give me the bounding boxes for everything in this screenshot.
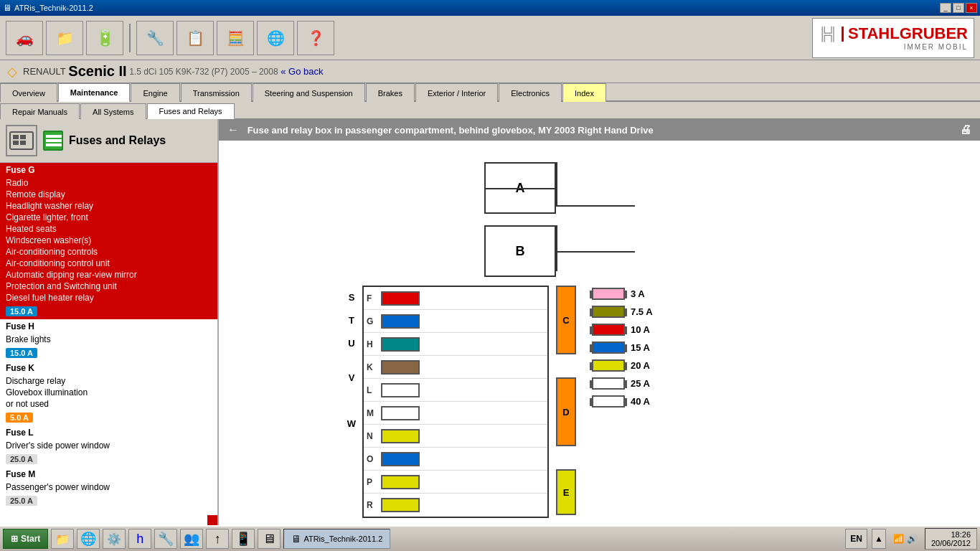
- clock: 18:26 20/06/2012: [925, 528, 977, 550]
- fuse-diagram-container: A B F: [226, 148, 973, 525]
- list-item-diesel[interactable]: Diesel fuel heater relay: [0, 292, 217, 303]
- taskbar-app1[interactable]: 🔧: [154, 529, 177, 549]
- clock-date: 20/06/2012: [931, 539, 971, 547]
- fuse-row-R: R: [364, 494, 547, 517]
- list-item-ac-unit[interactable]: Air-conditioning control unit: [0, 258, 217, 269]
- legend-25a: 25 A: [592, 377, 653, 390]
- list-item-radio[interactable]: Radio: [0, 177, 217, 189]
- taskbar-running-app[interactable]: 🖥 ATRis_Technik-2011.2: [283, 529, 390, 549]
- list-item-protection[interactable]: Protection and Switching unit: [0, 281, 217, 292]
- car-button[interactable]: 🚗: [6, 21, 43, 55]
- panel-icon: [6, 125, 37, 156]
- vehicle-make: RENAULT: [23, 66, 66, 77]
- fuse-g-header[interactable]: Fuse G: [0, 163, 217, 177]
- go-back-link[interactable]: « Go back: [281, 66, 323, 77]
- legend-20a: 20 A: [592, 359, 653, 372]
- tab-brakes[interactable]: Brakes: [366, 83, 415, 102]
- taskbar-users[interactable]: 👥: [180, 529, 203, 549]
- list-item-driver-window[interactable]: Driver's side power window: [0, 440, 217, 451]
- fuse-l-header[interactable]: Fuse L: [0, 425, 217, 440]
- label-T: T: [342, 309, 361, 331]
- subtab-allsystems[interactable]: All Systems: [80, 103, 146, 119]
- tab-transmission[interactable]: Transmission: [181, 83, 252, 102]
- title-bar: 🖥 ATRis_Technik-2011.2 _ □ ×: [0, 0, 980, 16]
- folder-button[interactable]: 📁: [46, 21, 83, 55]
- fuse-row-H: H: [364, 333, 547, 356]
- line-a-h: [484, 188, 556, 189]
- app-title: ATRis_Technik-2011.2: [14, 4, 93, 12]
- back-arrow[interactable]: ←: [227, 123, 239, 136]
- battery-button[interactable]: 🔋: [86, 21, 123, 55]
- diagram-title-area: ← Fuse and relay box in passenger compar…: [227, 123, 654, 136]
- close-button[interactable]: ×: [966, 3, 977, 13]
- start-button[interactable]: ⊞ Start: [3, 529, 48, 549]
- fuse-list[interactable]: Fuse G Radio Remote display Headlight wa…: [0, 163, 217, 525]
- tab-index[interactable]: Index: [562, 83, 606, 102]
- block-E: E: [556, 469, 576, 515]
- list-item-cigarette[interactable]: Cigarette lighter, front: [0, 212, 217, 223]
- taskbar-right: EN ▲ 📶 🔊 18:26 20/06/2012: [845, 528, 977, 550]
- label-W: W: [342, 400, 361, 446]
- legend-15a-label: 15 A: [631, 342, 650, 353]
- fuse-k-header[interactable]: Fuse K: [0, 361, 217, 375]
- taskbar-mobile[interactable]: 📱: [232, 529, 255, 549]
- list-item-not-used[interactable]: or not used: [0, 398, 217, 410]
- list-item-auto-dip[interactable]: Automatic dipping rear-view mirror: [0, 269, 217, 281]
- taskbar-settings[interactable]: ⚙️: [103, 529, 126, 549]
- calculator-button[interactable]: 🧮: [217, 21, 254, 55]
- tab-engine[interactable]: Engine: [131, 83, 179, 102]
- fuse-h-header[interactable]: Fuse H: [0, 319, 217, 334]
- list-item-windscreen[interactable]: Windscreen washer(s): [0, 235, 217, 246]
- language-button[interactable]: EN: [845, 529, 867, 549]
- fuse-m-badge: 25.0 A: [6, 496, 37, 506]
- list-item-glovebox[interactable]: Glovebox illumination: [0, 387, 217, 398]
- legend-10a: 10 A: [592, 324, 653, 336]
- fuse-m-header[interactable]: Fuse M: [0, 467, 217, 481]
- taskbar-monitor[interactable]: 🖥: [258, 529, 281, 549]
- help-button[interactable]: ❓: [297, 21, 334, 55]
- legend-3a: 3 A: [592, 288, 653, 300]
- tab-overview[interactable]: Overview: [0, 83, 57, 102]
- legend-7a-label: 7.5 A: [631, 306, 653, 317]
- tab-exterior[interactable]: Exterior / Interior: [415, 83, 498, 102]
- line-a-to-box: [556, 205, 635, 207]
- minimize-button[interactable]: _: [940, 3, 951, 13]
- line-a-right: [556, 162, 557, 205]
- fuse-row-F: F: [364, 287, 547, 310]
- list-item-pass-window[interactable]: Passenger's power window: [0, 481, 217, 493]
- legend-3a-label: 3 A: [631, 288, 645, 299]
- tab-electronics[interactable]: Electronics: [499, 83, 562, 102]
- globe-button[interactable]: 🌐: [257, 21, 294, 55]
- scrollbar-bottom[interactable]: [207, 515, 217, 525]
- vehicle-details: 1.5 dCi 105 K9K-732 (P7) 2005 – 2008: [129, 67, 278, 77]
- title-bar-title: 🖥 ATRis_Technik-2011.2: [3, 3, 93, 13]
- title-bar-controls: _ □ ×: [940, 3, 977, 13]
- maximize-button[interactable]: □: [953, 3, 964, 13]
- subtab-repair[interactable]: Repair Manuals: [0, 103, 80, 119]
- list-item-ac-controls[interactable]: Air-conditioning controls: [0, 246, 217, 258]
- lang-expand[interactable]: ▲: [872, 529, 886, 549]
- fuse-chip-M: [381, 406, 420, 420]
- taskbar-update[interactable]: ↑: [206, 529, 229, 549]
- list-item-brake[interactable]: Brake lights: [0, 334, 217, 345]
- print-button[interactable]: 🖨: [960, 123, 971, 136]
- list-item-headlight-washer[interactable]: Headlight washer relay: [0, 200, 217, 212]
- fuse-chip-O: [381, 452, 420, 466]
- taskbar-chrome[interactable]: 🌐: [77, 529, 100, 549]
- legend-25a-label: 25 A: [631, 378, 650, 389]
- panel-header: Fuses and Relays: [0, 119, 217, 163]
- tab-maintenance[interactable]: Maintenance: [58, 83, 131, 102]
- box-B: B: [484, 225, 556, 277]
- subtab-fuses[interactable]: Fuses and Relays: [147, 103, 235, 119]
- network-icon: 📶: [893, 534, 904, 544]
- list-button[interactable]: 📋: [176, 21, 214, 55]
- wrench-button[interactable]: 🔧: [136, 21, 174, 55]
- list-item-discharge[interactable]: Discharge relay: [0, 375, 217, 387]
- taskbar-hp[interactable]: h: [128, 529, 151, 549]
- list-item-heated-seats[interactable]: Heated seats: [0, 223, 217, 235]
- nav-tabs: Overview Maintenance Engine Transmission…: [0, 83, 980, 102]
- taskbar-folder[interactable]: 📁: [51, 529, 74, 549]
- list-item-remote-display[interactable]: Remote display: [0, 189, 217, 200]
- tab-steering[interactable]: Steering and Suspension: [253, 83, 365, 102]
- scrollbar-top[interactable]: [207, 163, 217, 173]
